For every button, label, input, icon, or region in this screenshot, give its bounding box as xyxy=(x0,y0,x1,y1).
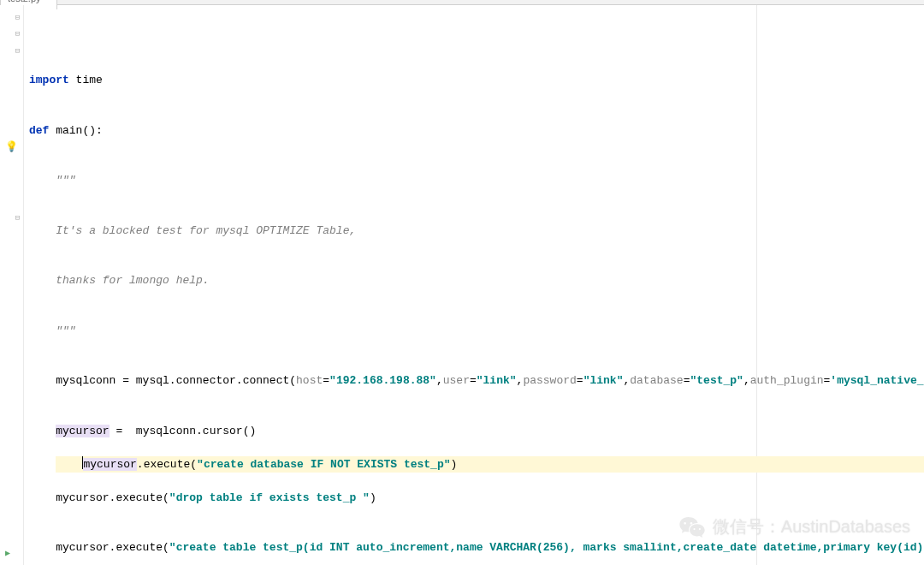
code-area[interactable]: import time def main(): """ It's a block… xyxy=(24,5,924,565)
fold-icon[interactable]: ⊟ xyxy=(14,44,21,51)
fold-icon[interactable]: ⊟ xyxy=(14,211,21,218)
tab-filename: test2.py xyxy=(8,0,41,3)
lightbulb-icon[interactable]: 💡 xyxy=(5,140,17,152)
fold-icon[interactable]: ⊟ xyxy=(14,10,21,18)
code-editor[interactable]: ⊟ ⊟ ⊟ 💡 ⊟ ▶ import time def main(): """ … xyxy=(0,5,924,565)
run-icon[interactable]: ▶ xyxy=(5,545,17,557)
gutter: ⊟ ⊟ ⊟ 💡 ⊟ ▶ xyxy=(0,5,24,565)
fold-icon[interactable]: ⊟ xyxy=(14,27,21,34)
